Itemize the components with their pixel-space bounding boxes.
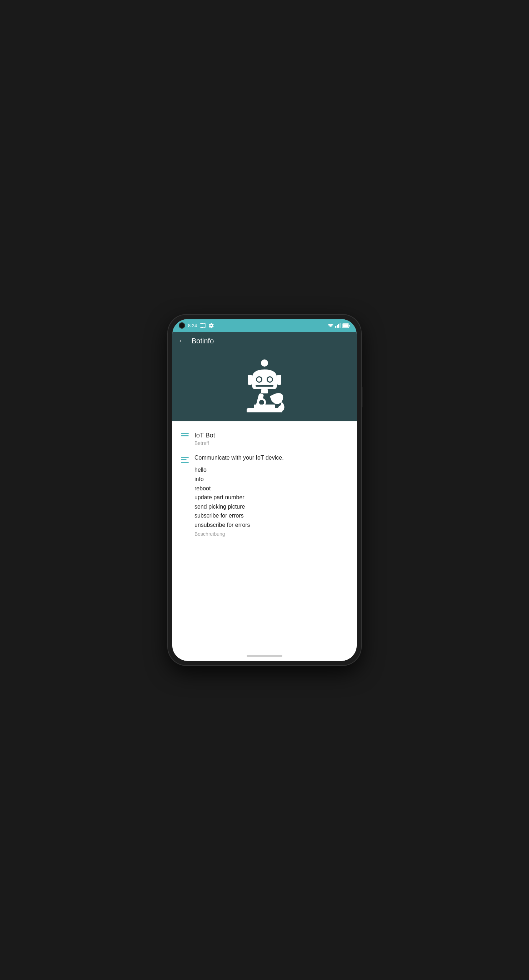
bot-image-area [172, 350, 357, 421]
content-area: IoT Bot Betreff Communicate with your Io… [172, 421, 357, 651]
desc-icon-line-1 [181, 457, 189, 458]
command-unsubscribe-errors: unsubscribe for errors [194, 520, 348, 530]
svg-rect-2 [202, 323, 203, 324]
svg-rect-1 [201, 323, 202, 324]
command-send-picking-picture: send picking picture [194, 502, 348, 511]
name-icon [181, 433, 189, 436]
svg-rect-13 [343, 324, 348, 327]
status-time: 8:24 [188, 323, 197, 328]
page-title: Botinfo [192, 337, 214, 345]
svg-point-14 [261, 360, 268, 367]
svg-point-17 [257, 377, 261, 382]
svg-rect-7 [335, 326, 336, 328]
app-header: ← Botinfo [172, 332, 357, 421]
svg-rect-19 [256, 385, 273, 387]
camera-dot [179, 322, 185, 329]
status-bar: 8:24 [172, 319, 357, 332]
svg-point-18 [268, 377, 272, 382]
header-bar: ← Botinfo [172, 332, 357, 350]
svg-rect-12 [349, 325, 350, 326]
command-update-part-number: update part number [194, 493, 348, 502]
settings-icon [208, 323, 214, 328]
command-hello: hello [194, 465, 348, 475]
status-left: 8:24 [179, 322, 214, 329]
home-indicator [172, 651, 357, 661]
phone-screen: 8:24 [172, 319, 357, 661]
name-text-block: IoT Bot Betreff [194, 431, 348, 446]
name-icon-lines [181, 433, 189, 436]
icon-line-1 [181, 433, 189, 434]
svg-rect-10 [340, 323, 341, 328]
desc-icon-line-2 [181, 459, 187, 460]
svg-rect-22 [261, 389, 268, 393]
home-bar [247, 655, 282, 657]
bot-name: IoT Bot [194, 431, 348, 439]
command-subscribe-errors: subscribe for errors [194, 511, 348, 520]
communicate-text: Communicate with your IoT device. [194, 455, 348, 461]
robot-image [236, 355, 293, 412]
signal-icon [335, 323, 341, 328]
svg-rect-8 [337, 325, 338, 328]
command-info: info [194, 475, 348, 484]
desc-icon-line-3 [181, 462, 189, 463]
phone-frame: 8:24 [168, 315, 361, 665]
status-icons-right [327, 323, 350, 328]
command-reboot: reboot [194, 484, 348, 493]
svg-rect-6 [204, 327, 205, 328]
svg-rect-20 [248, 375, 252, 385]
icon-line-2 [181, 435, 189, 436]
commands-list: hello info reboot update part number sen… [194, 465, 348, 529]
memory-icon [200, 323, 205, 328]
battery-icon [342, 323, 350, 328]
desc-icon [181, 457, 189, 463]
name-row: IoT Bot Betreff [181, 431, 348, 446]
name-sublabel: Betreff [194, 440, 348, 446]
back-button[interactable]: ← [178, 336, 186, 345]
svg-rect-27 [254, 404, 275, 409]
description-text-block: Communicate with your IoT device. hello … [194, 455, 348, 536]
svg-rect-3 [204, 323, 205, 324]
wifi-icon [327, 323, 334, 328]
svg-point-25 [259, 400, 264, 405]
svg-rect-0 [200, 324, 205, 327]
svg-rect-4 [201, 327, 202, 328]
svg-rect-21 [277, 375, 281, 385]
description-row: Communicate with your IoT device. hello … [181, 455, 348, 536]
svg-rect-5 [202, 327, 203, 328]
svg-rect-9 [338, 324, 339, 328]
desc-sublabel: Beschreibung [194, 531, 348, 537]
